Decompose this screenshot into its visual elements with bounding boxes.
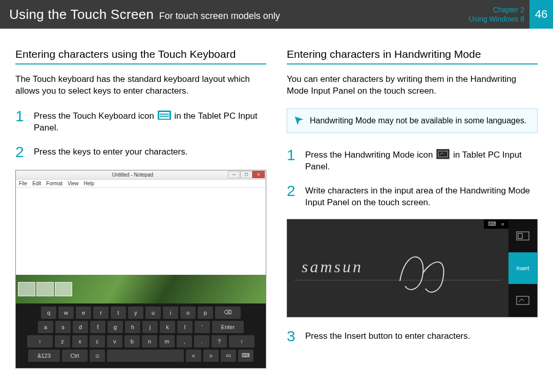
taskbar-thumb[interactable]: [36, 282, 54, 296]
key-⌫[interactable]: ⌫: [215, 307, 241, 319]
handwriting-recognized-text: samsun: [302, 257, 363, 276]
key-r[interactable]: r: [93, 307, 109, 319]
key-☺[interactable]: ☺: [90, 350, 105, 362]
section-title-handwriting: Entering characters in Handwriting Mode: [287, 48, 538, 64]
step-3: 3 Press the Insert button to enter chara…: [287, 329, 538, 344]
handwriting-topbar: ⌨ ×: [484, 220, 508, 229]
step1-pre: Press the Handwriting Mode icon: [305, 150, 433, 160]
menu-help[interactable]: Help: [84, 181, 95, 186]
menu-file[interactable]: File: [19, 181, 27, 186]
taskbar-thumb[interactable]: [18, 282, 35, 296]
key-h[interactable]: h: [125, 321, 140, 333]
figure-handwriting-panel: ⌨ × samsun Insert: [287, 219, 538, 317]
insert-label: Insert: [516, 266, 529, 271]
key-c[interactable]: c: [90, 335, 105, 347]
key->[interactable]: >: [203, 350, 219, 362]
step-text: Press the Handwriting Mode icon in Table…: [305, 147, 538, 173]
key-y[interactable]: y: [128, 307, 143, 319]
section-title-touch-keyboard: Entering characters using the Touch Keyb…: [15, 48, 266, 64]
step-text: Press the Insert button to enter charact…: [305, 329, 470, 344]
key-b[interactable]: b: [124, 335, 140, 347]
window-buttons: – □ ×: [228, 171, 265, 178]
key-d[interactable]: d: [73, 321, 88, 333]
step-number: 3: [287, 329, 298, 344]
chapter-line-1: Chapter 2: [469, 5, 524, 14]
key-i[interactable]: i: [163, 307, 178, 319]
step-text: Press the Touch Keyboard icon in the Tab…: [34, 108, 266, 134]
key-z[interactable]: z: [55, 335, 70, 347]
key-m[interactable]: m: [159, 335, 175, 347]
handwriting-layout-icon[interactable]: [508, 284, 537, 316]
key-o[interactable]: o: [180, 307, 196, 319]
handwriting-input-area[interactable]: ⌨ × samsun: [287, 220, 508, 317]
key-'[interactable]: ': [195, 321, 210, 333]
notepad-titlebar: Untitled - Notepad – □ ×: [16, 170, 266, 180]
step-number: 1: [287, 147, 298, 173]
key-enter[interactable]: Enter: [212, 321, 244, 333]
close-icon[interactable]: ×: [501, 221, 504, 227]
key-q[interactable]: q: [41, 307, 56, 319]
key-k[interactable]: k: [160, 321, 175, 333]
taskbar-thumb[interactable]: [55, 282, 72, 296]
notepad-body[interactable]: [16, 188, 266, 275]
close-button[interactable]: ×: [252, 171, 265, 178]
key-t[interactable]: t: [111, 307, 126, 319]
key-↑[interactable]: ↑: [229, 335, 254, 347]
maximize-button[interactable]: □: [240, 171, 252, 178]
key-a[interactable]: a: [38, 321, 53, 333]
key-n[interactable]: n: [142, 335, 157, 347]
keyboard-layout-icon[interactable]: [508, 220, 537, 252]
key-↑[interactable]: ↑: [27, 335, 53, 347]
menu-format[interactable]: Format: [46, 181, 62, 186]
key-.[interactable]: .: [194, 335, 209, 347]
key-?[interactable]: ?: [211, 335, 227, 347]
desktop-strip: [16, 275, 266, 303]
step-number: 2: [287, 183, 298, 209]
key-j[interactable]: j: [142, 321, 158, 333]
figure-touch-keyboard: Untitled - Notepad – □ × File Edit Forma…: [15, 170, 266, 368]
page-title: Using the Touch Screen For touch screen …: [9, 7, 280, 23]
notepad-title: Untitled - Notepad: [37, 172, 228, 178]
intro-touch-keyboard: The Touch keyboard has the standard keyb…: [15, 74, 266, 97]
step-text: Press the keys to enter your characters.: [34, 144, 187, 160]
svg-rect-3: [517, 296, 529, 304]
step-number: 2: [15, 144, 27, 160]
key-<[interactable]: <: [186, 350, 201, 362]
step-1: 1 Press the Touch Keyboard icon in the T…: [15, 108, 266, 134]
touch-keyboard-icon: [158, 111, 171, 120]
key-v[interactable]: v: [107, 335, 122, 347]
step-2: 2 Write characters in the input area of …: [287, 183, 538, 209]
key-ctrl[interactable]: Ctrl: [62, 350, 88, 362]
key-⌨[interactable]: ⌨: [238, 350, 253, 362]
chapter-meta: Chapter 2 Using Windows 8: [469, 5, 529, 24]
key-▭[interactable]: ▭: [221, 350, 236, 362]
key-&123[interactable]: &123: [28, 350, 60, 362]
menu-view[interactable]: View: [68, 181, 79, 186]
note-box: Handwriting Mode may not be available in…: [287, 108, 538, 133]
minimize-button[interactable]: –: [228, 171, 240, 178]
insert-button[interactable]: Insert: [508, 252, 537, 284]
chapter-line-2: Using Windows 8: [469, 14, 524, 24]
header-right: Chapter 2 Using Windows 8 46: [469, 0, 553, 29]
note-icon: [293, 115, 305, 126]
key-x[interactable]: x: [72, 335, 88, 347]
title-sub: For touch screen models only: [159, 11, 280, 21]
key-g[interactable]: g: [108, 321, 123, 333]
key-l[interactable]: l: [177, 321, 193, 333]
step-2: 2 Press the keys to enter your character…: [15, 144, 266, 160]
touch-keyboard: qwertyuiop⌫asdfghjkl'Enter↑zxcvbnm,.?↑&1…: [16, 303, 266, 368]
key-f[interactable]: f: [90, 321, 105, 333]
key-,[interactable]: ,: [177, 335, 192, 347]
key-␣[interactable]: [107, 350, 184, 362]
key-e[interactable]: e: [76, 307, 91, 319]
keyboard-toggle-icon[interactable]: ⌨: [488, 221, 496, 227]
handwriting-side-panel: Insert: [508, 220, 537, 317]
column-left: Entering characters using the Touch Keyb…: [15, 48, 266, 368]
menu-edit[interactable]: Edit: [32, 181, 41, 186]
key-u[interactable]: u: [145, 307, 161, 319]
key-s[interactable]: s: [55, 321, 71, 333]
key-w[interactable]: w: [58, 307, 74, 319]
svg-rect-0: [438, 151, 448, 158]
key-p[interactable]: p: [198, 307, 213, 319]
page-header: Using the Touch Screen For touch screen …: [0, 0, 553, 29]
